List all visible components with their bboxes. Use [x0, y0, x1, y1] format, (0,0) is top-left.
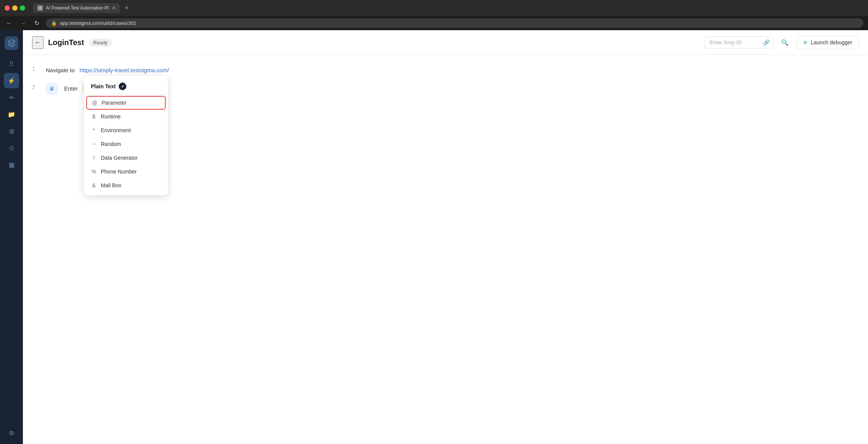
- step-number-1: 1: [32, 64, 40, 72]
- sidebar-item-chart[interactable]: ⊙: [4, 140, 19, 156]
- edit-icon: ✏: [9, 94, 14, 101]
- chart-icon: ⊙: [9, 144, 14, 152]
- address-bar-row: ← → ↻ 🔒 app.testsigma.com/ui/td/cases/30…: [0, 16, 868, 30]
- tilde-icon: ~: [91, 141, 97, 147]
- fullscreen-traffic-light[interactable]: [20, 5, 25, 11]
- minimize-traffic-light[interactable]: [12, 5, 18, 11]
- spark-icon: ✳: [803, 39, 808, 46]
- browser-chrome: ⚙ AI Powered Test Automation Pl ✕ + ← → …: [0, 0, 868, 30]
- sidebar: ⠿ ⚡ ✏ 📁 ⊞ ⊙ ▦ ⚙: [0, 30, 23, 444]
- dropdown-item-mail-box[interactable]: & Mail Box: [84, 178, 168, 192]
- search-button[interactable]: 🔍: [778, 36, 792, 49]
- monitor-icon: 🖥: [49, 86, 55, 92]
- exclamation-icon: !: [91, 155, 97, 161]
- tab-bar: ⚙ AI Powered Test Automation Pl ✕ +: [33, 3, 132, 13]
- active-tab[interactable]: ⚙ AI Powered Test Automation Pl ✕: [33, 3, 120, 13]
- ampersand-icon: &: [91, 182, 97, 188]
- step-number-2: 2: [32, 83, 40, 90]
- status-badge: Ready: [89, 39, 112, 47]
- search-icon: 🔍: [781, 39, 789, 46]
- mail-box-label: Mail Box: [101, 182, 121, 188]
- sidebar-item-activity[interactable]: ⚡: [4, 73, 19, 88]
- tab-favicon: ⚙: [37, 5, 43, 11]
- sidebar-item-folder[interactable]: 📁: [4, 107, 19, 122]
- report-icon: ▦: [9, 161, 15, 169]
- dropdown-item-runtime[interactable]: $ Runtime: [84, 110, 168, 123]
- new-tab-button[interactable]: +: [122, 4, 132, 12]
- asterisk-icon: *: [91, 127, 97, 133]
- activity-icon: ⚡: [8, 77, 15, 84]
- page-header: ← LoginTest Ready 🔗 🔍 ✳ Launch debugger: [23, 30, 868, 55]
- launch-debugger-button[interactable]: ✳ Launch debugger: [796, 36, 859, 49]
- grid-icon: ⠿: [9, 60, 14, 68]
- parameter-label: Parameter: [102, 100, 126, 106]
- step-1-text: Navigate to https://simply-travel.testsi…: [46, 64, 169, 75]
- step-1-prefix: Navigate to: [46, 67, 78, 73]
- sidebar-item-settings[interactable]: ⚙: [4, 425, 19, 441]
- sidebar-item-edit[interactable]: ✏: [4, 90, 19, 105]
- phone-number-label: Phone Number: [101, 169, 137, 175]
- dropdown-item-random[interactable]: ~ Random: [84, 137, 168, 151]
- runtime-label: Runtime: [101, 113, 121, 120]
- address-bar[interactable]: 🔒 app.testsigma.com/ui/td/cases/301: [46, 18, 863, 28]
- components-icon: ⊞: [9, 128, 14, 135]
- back-button[interactable]: ←: [5, 20, 14, 27]
- link-icon: 🔗: [763, 39, 770, 45]
- sidebar-item-report[interactable]: ▦: [4, 157, 19, 172]
- environment-label: Environment: [101, 127, 131, 133]
- dropdown-header-label: Plain Text: [91, 83, 116, 89]
- back-navigation-button[interactable]: ←: [32, 36, 44, 49]
- step-row-1: 1 Navigate to https://simply-travel.test…: [32, 64, 859, 75]
- tab-close-button[interactable]: ✕: [112, 5, 116, 11]
- sidebar-item-components[interactable]: ⊞: [4, 123, 19, 139]
- app-container: ⠿ ⚡ ✏ 📁 ⊞ ⊙ ▦ ⚙ ← LoginTest Ready: [0, 30, 868, 444]
- random-label: Random: [101, 141, 121, 147]
- page-title: LoginTest: [48, 38, 84, 47]
- data-generator-label: Data Generator: [101, 155, 138, 161]
- dropdown-item-parameter[interactable]: @ Parameter: [86, 96, 166, 110]
- folder-icon: 📁: [8, 111, 15, 118]
- sidebar-item-grid[interactable]: ⠿: [4, 56, 19, 71]
- dropdown-item-phone-number[interactable]: % Phone Number: [84, 165, 168, 178]
- sidebar-logo: [5, 36, 18, 50]
- at-icon: @: [92, 100, 98, 106]
- dropdown-item-data-generator[interactable]: ! Data Generator: [84, 151, 168, 165]
- test-steps-area: 1 Navigate to https://simply-travel.test…: [23, 55, 868, 444]
- step-1-link[interactable]: https://simply-travel.testsigma.com/: [79, 67, 169, 73]
- dropdown-menu: Plain Text ✓ @ Parameter $ Runtime * Env…: [84, 76, 168, 195]
- address-text: app.testsigma.com/ui/td/cases/301: [60, 20, 136, 26]
- tab-title: AI Powered Test Automation Pl: [46, 5, 109, 11]
- dropdown-item-environment[interactable]: * Environment: [84, 123, 168, 137]
- percent-icon: %: [91, 169, 97, 175]
- main-content: ← LoginTest Ready 🔗 🔍 ✳ Launch debugger …: [23, 30, 868, 444]
- step-2-icon: 🖥: [46, 83, 58, 95]
- refresh-button[interactable]: ↻: [32, 19, 41, 27]
- forward-button[interactable]: →: [18, 20, 27, 27]
- close-traffic-light[interactable]: [5, 5, 10, 11]
- check-icon: ✓: [119, 83, 126, 90]
- xray-input-wrapper: 🔗: [705, 36, 773, 49]
- lock-icon: 🔒: [51, 21, 57, 26]
- settings-icon: ⚙: [9, 429, 14, 437]
- dropdown-header: Plain Text ✓: [84, 79, 168, 94]
- dollar-icon: $: [91, 113, 97, 120]
- traffic-lights: [5, 5, 25, 11]
- step-2-prefix: Enter: [64, 85, 81, 92]
- launch-debugger-label: Launch debugger: [811, 39, 852, 45]
